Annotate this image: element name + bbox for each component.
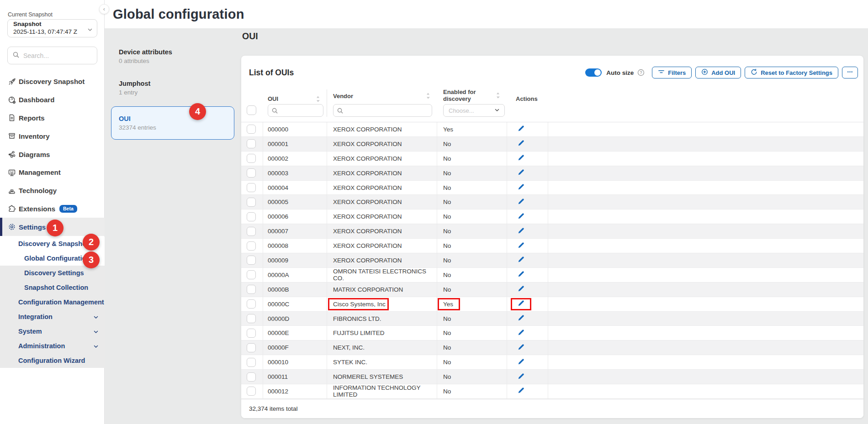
edit-button[interactable] bbox=[517, 154, 525, 163]
edit-button[interactable] bbox=[517, 270, 525, 279]
add-oui-button[interactable]: Add OUI bbox=[695, 67, 741, 79]
enabled-filter-select[interactable]: Choose... bbox=[443, 104, 505, 117]
edit-button[interactable] bbox=[517, 241, 525, 251]
row-checkbox[interactable] bbox=[247, 358, 256, 367]
column-header-enabled[interactable]: Enabled for discovery bbox=[437, 89, 507, 103]
beta-badge: Beta bbox=[59, 205, 77, 213]
submenu-item-integration[interactable]: Integration bbox=[0, 309, 105, 324]
edit-button[interactable] bbox=[517, 358, 525, 367]
nav-item-management[interactable]: Management bbox=[0, 163, 105, 182]
table-body: 000000XEROX CORPORATIONYes000001XEROX CO… bbox=[241, 122, 863, 399]
more-actions-button[interactable] bbox=[842, 67, 858, 79]
nav-item-technology[interactable]: Technology bbox=[0, 182, 105, 200]
section-title: OUI bbox=[242, 31, 258, 42]
nav-item-inventory[interactable]: Inventory bbox=[0, 127, 105, 145]
edit-button[interactable] bbox=[517, 387, 525, 396]
submenu-item-administration[interactable]: Administration bbox=[0, 339, 105, 353]
edit-button[interactable] bbox=[517, 227, 525, 236]
submenu-item-snapshot-collection[interactable]: Snapshot Collection bbox=[0, 280, 105, 295]
filler-cell bbox=[548, 137, 863, 152]
edit-button[interactable] bbox=[517, 168, 525, 178]
enabled-cell: No bbox=[437, 283, 507, 297]
help-icon[interactable]: ? bbox=[637, 69, 645, 76]
row-checkbox[interactable] bbox=[247, 270, 256, 279]
pencil-icon bbox=[517, 387, 525, 396]
row-checkbox[interactable] bbox=[247, 168, 256, 178]
nav-item-diagrams[interactable]: Diagrams bbox=[0, 145, 105, 163]
row-checkbox-cell bbox=[241, 181, 263, 195]
config-nav-item-oui[interactable]: OUI32374 entries bbox=[111, 106, 234, 140]
row-checkbox[interactable] bbox=[247, 241, 256, 251]
row-checkbox[interactable] bbox=[247, 329, 256, 338]
enabled-cell: No bbox=[437, 312, 507, 326]
row-checkbox[interactable] bbox=[247, 125, 256, 134]
edit-button[interactable] bbox=[517, 183, 525, 192]
table-row: 00000CCisco Systems, IncYes bbox=[241, 297, 863, 312]
nav-item-reports[interactable]: Reports bbox=[0, 109, 105, 127]
filters-button[interactable]: Filters bbox=[652, 67, 692, 79]
row-checkbox[interactable] bbox=[247, 343, 256, 352]
row-checkbox-cell bbox=[241, 209, 263, 224]
sort-icon[interactable] bbox=[426, 93, 430, 99]
actions-cell bbox=[507, 137, 548, 152]
oui-cell: 000012 bbox=[263, 384, 327, 399]
actions-cell bbox=[507, 122, 548, 137]
row-checkbox-cell bbox=[241, 283, 263, 297]
row-checkbox[interactable] bbox=[247, 183, 256, 192]
table-row: 000005XEROX CORPORATIONNo bbox=[241, 195, 863, 209]
submenu-item-configuration-wizard[interactable]: Configuration Wizard bbox=[0, 353, 105, 368]
filler-cell bbox=[548, 224, 863, 239]
config-nav-item-jumphost[interactable]: Jumphost1 entry bbox=[111, 75, 234, 102]
submenu-item-label: System bbox=[18, 328, 42, 335]
config-nav-item-device-attributes[interactable]: Device attributes0 attributes bbox=[111, 43, 234, 70]
edit-button[interactable] bbox=[517, 343, 525, 352]
vendor-cell: XEROX CORPORATION bbox=[327, 122, 437, 137]
row-checkbox[interactable] bbox=[247, 212, 256, 221]
pencil-icon bbox=[517, 212, 525, 221]
vendor-filter-input[interactable] bbox=[333, 104, 432, 117]
row-checkbox[interactable] bbox=[247, 314, 256, 323]
row-checkbox[interactable] bbox=[247, 299, 256, 309]
edit-button[interactable] bbox=[517, 372, 525, 382]
edit-button[interactable] bbox=[517, 329, 525, 338]
edit-button[interactable] bbox=[517, 212, 525, 221]
select-all-checkbox[interactable] bbox=[247, 105, 256, 115]
sort-icon[interactable] bbox=[496, 92, 500, 99]
vendor-cell: FIBRONICS LTD. bbox=[327, 312, 437, 326]
edit-button[interactable] bbox=[517, 285, 525, 294]
edit-button[interactable] bbox=[517, 139, 525, 148]
row-checkbox[interactable] bbox=[247, 256, 256, 265]
row-checkbox[interactable] bbox=[247, 139, 256, 148]
row-checkbox[interactable] bbox=[247, 285, 256, 294]
nav-item-dashboard[interactable]: Dashboard bbox=[0, 91, 105, 109]
submenu-item-configuration-management[interactable]: Configuration Management bbox=[0, 295, 105, 309]
row-checkbox-cell bbox=[241, 297, 263, 312]
snapshot-selector[interactable]: Snapshot 2025-11-13, 07:47:47 Z bbox=[7, 19, 97, 37]
search-icon bbox=[12, 51, 20, 60]
column-header-oui[interactable]: OUI bbox=[263, 95, 327, 103]
submenu-item-system[interactable]: System bbox=[0, 324, 105, 339]
reset-factory-button[interactable]: Reset to Factory Settings bbox=[745, 67, 838, 79]
autosize-toggle[interactable] bbox=[585, 68, 602, 77]
edit-button[interactable] bbox=[517, 299, 525, 309]
column-header-vendor[interactable]: Vendor bbox=[327, 89, 437, 103]
table-row: 000008XEROX CORPORATIONNo bbox=[241, 239, 863, 253]
edit-button[interactable] bbox=[517, 256, 525, 265]
filler-cell bbox=[548, 370, 863, 384]
edit-button[interactable] bbox=[517, 198, 525, 207]
row-checkbox[interactable] bbox=[247, 198, 256, 207]
nav-item-label: Discovery Snapshot bbox=[19, 78, 85, 85]
row-checkbox[interactable] bbox=[247, 227, 256, 236]
row-checkbox[interactable] bbox=[247, 154, 256, 163]
config-item-title: Device attributes bbox=[119, 47, 227, 57]
nav-item-extensions[interactable]: ExtensionsBeta bbox=[0, 200, 105, 218]
edit-button[interactable] bbox=[517, 125, 525, 134]
row-checkbox[interactable] bbox=[247, 372, 256, 382]
nav-item-discovery-snapshot[interactable]: Discovery Snapshot bbox=[0, 73, 105, 91]
edit-button[interactable] bbox=[517, 314, 525, 323]
sort-icon[interactable] bbox=[316, 96, 320, 102]
search-input[interactable] bbox=[23, 52, 87, 59]
ellipsis-icon bbox=[847, 68, 853, 77]
row-checkbox[interactable] bbox=[247, 387, 256, 396]
collapse-sidebar-button[interactable]: ‹ bbox=[99, 4, 109, 14]
